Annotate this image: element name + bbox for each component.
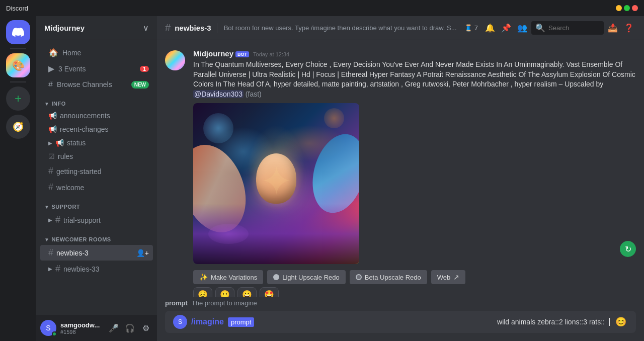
reaction-3[interactable]: 😀	[237, 287, 257, 297]
channel-recent-changes-label: recent-changes	[60, 125, 109, 133]
light-upscale-redo-btn[interactable]: Light Upscale Redo	[267, 270, 345, 284]
nav-browse[interactable]: # Browse Channels NEW	[40, 77, 153, 92]
make-variations-icon: ✨	[199, 273, 208, 281]
message-input[interactable]	[258, 318, 493, 326]
channel-announcements-label: announcements	[60, 112, 110, 120]
section-support[interactable]: ▼ SUPPORT	[36, 196, 157, 212]
channel-welcome[interactable]: # welcome	[40, 180, 153, 195]
headphone-btn[interactable]: 🎧	[123, 321, 137, 335]
ai-generated-image[interactable]	[193, 103, 359, 264]
section-newcomer-label: NEWCOMER ROOMS	[51, 236, 111, 242]
header-actions: 🧵 7 🔔 📌 👥 🔍 📥 ❓	[461, 21, 636, 35]
hash-icon-2: #	[48, 182, 53, 193]
mic-btn[interactable]: 🎤	[107, 321, 121, 335]
make-variations-label: Make Variations	[211, 274, 257, 281]
user-info: samgoodw... #1598	[60, 321, 103, 335]
channel-newbies-3[interactable]: # newbies-3 👤+	[40, 245, 153, 261]
user-tag: #1598	[60, 329, 103, 335]
close-btn[interactable]	[632, 5, 638, 11]
minimize-btn[interactable]	[616, 5, 622, 11]
server-icon-discord[interactable]	[6, 20, 30, 44]
messages-area: Midjourney Today at 12:34 In The Quantum…	[157, 40, 644, 297]
browse-icon: #	[48, 80, 53, 89]
message-timestamp: Today at 12:34	[253, 51, 289, 57]
channel-rules[interactable]: ☑ rules	[40, 150, 153, 163]
channel-status[interactable]: ▶ 📢 status	[40, 136, 153, 149]
server-name: Midjourney	[44, 24, 85, 32]
notification-btn[interactable]: 🔔	[483, 21, 497, 35]
mention-user[interactable]: @Davidson303	[193, 90, 244, 98]
app-title: Discord	[6, 5, 28, 12]
beta-upscale-icon	[356, 274, 362, 280]
nav-events-label: 3 Events	[58, 65, 86, 73]
server-icon-midjourney[interactable]: 🎨	[6, 53, 30, 77]
refresh-btn[interactable]: ↻	[620, 241, 636, 257]
prompt-hint-text: The prompt to imagine	[192, 299, 257, 307]
user-status-dot	[52, 331, 57, 336]
message-avatar	[165, 50, 185, 70]
channel-header-desc: Bot room for new users. Type /imagine th…	[224, 24, 457, 32]
reaction-2[interactable]: 😐	[215, 287, 234, 297]
section-info[interactable]: ▼ INFO	[36, 93, 157, 109]
pin-btn[interactable]: 📌	[499, 21, 513, 35]
nav-home[interactable]: 🏠 Home	[40, 45, 153, 60]
channel-header: # newbies-3 Bot room for new users. Type…	[157, 16, 644, 40]
section-newcomer[interactable]: ▼ NEWCOMER ROOMS	[36, 228, 157, 244]
home-icon: 🏠	[48, 48, 58, 57]
server-header-chevron: ∨	[143, 23, 149, 33]
nav-browse-label: Browse Channels	[57, 80, 112, 89]
maximize-btn[interactable]	[624, 5, 630, 11]
channel-trial-support[interactable]: ▶ # trial-support	[40, 212, 153, 228]
channel-newbies-33-label: newbies-33	[63, 265, 100, 273]
announce-icon: 📢	[48, 112, 57, 120]
help-btn[interactable]: ❓	[622, 21, 636, 35]
channel-getting-started[interactable]: # getting-started	[40, 163, 153, 179]
web-btn[interactable]: Web ↗	[431, 270, 466, 284]
message-input-container[interactable]: S /imagine prompt wild animals zebra::2 …	[165, 311, 636, 333]
beta-upscale-label: Beta Upscale Redo	[365, 274, 421, 281]
emoji-btn[interactable]: 😊	[614, 315, 628, 329]
nav-home-label: Home	[62, 49, 81, 57]
add-server-btn[interactable]: +	[6, 87, 30, 111]
channel-rules-label: rules	[58, 152, 73, 160]
search-input[interactable]	[548, 24, 600, 32]
new-badge: NEW	[131, 81, 149, 89]
cursor-indicator	[609, 318, 610, 326]
reaction-1[interactable]: 😣	[193, 287, 212, 297]
message-content: Midjourney Today at 12:34 In The Quantum…	[193, 49, 636, 297]
beta-upscale-redo-btn[interactable]: Beta Upscale Redo	[350, 270, 427, 284]
explore-btn[interactable]: 🧭	[6, 115, 30, 139]
inbox-btn[interactable]: 📥	[606, 21, 620, 35]
channel-announcements[interactable]: 📢 announcements	[40, 109, 153, 122]
settings-btn[interactable]: ⚙	[139, 321, 153, 335]
channel-trial-support-label: trial-support	[63, 216, 101, 224]
members-btn[interactable]: 👥	[515, 21, 529, 35]
channel-recent-changes[interactable]: 📢 recent-changes	[40, 123, 153, 136]
channel-welcome-label: welcome	[56, 184, 84, 192]
announce3-icon: 📢	[55, 139, 64, 147]
nav-events[interactable]: ▶ 3 Events 1	[40, 61, 153, 76]
titlebar-controls[interactable]	[616, 5, 638, 11]
channel-newbies-33[interactable]: ▶ # newbies-33	[40, 261, 153, 277]
ai-image-canvas	[193, 103, 359, 264]
server-divider	[10, 48, 26, 49]
reaction-4[interactable]: 🤩	[260, 287, 279, 297]
server-sidebar: 🎨 + 🧭	[0, 16, 36, 341]
input-actions: 😊	[614, 315, 628, 329]
ai-face	[256, 153, 296, 204]
hash-icon-5: #	[55, 264, 60, 274]
status-arrow: ▶	[48, 140, 52, 146]
slash-command-label: /imagine	[191, 317, 224, 326]
fast-text: (fast)	[246, 90, 262, 98]
search-box[interactable]: 🔍	[531, 21, 604, 35]
thread-icon: 🧵	[464, 24, 472, 32]
username: samgoodw...	[60, 321, 103, 329]
message-header: Midjourney Today at 12:34	[193, 49, 636, 58]
user-avatar-letter: S	[46, 324, 50, 332]
make-variations-btn[interactable]: ✨ Make Variations	[193, 270, 263, 284]
emoji-4: 🤩	[264, 290, 274, 297]
hash-icon-1: #	[48, 166, 53, 177]
thread-count[interactable]: 🧵 7	[461, 22, 481, 34]
prompt-tag: prompt	[228, 317, 254, 327]
server-header[interactable]: Midjourney ∨	[36, 16, 157, 40]
